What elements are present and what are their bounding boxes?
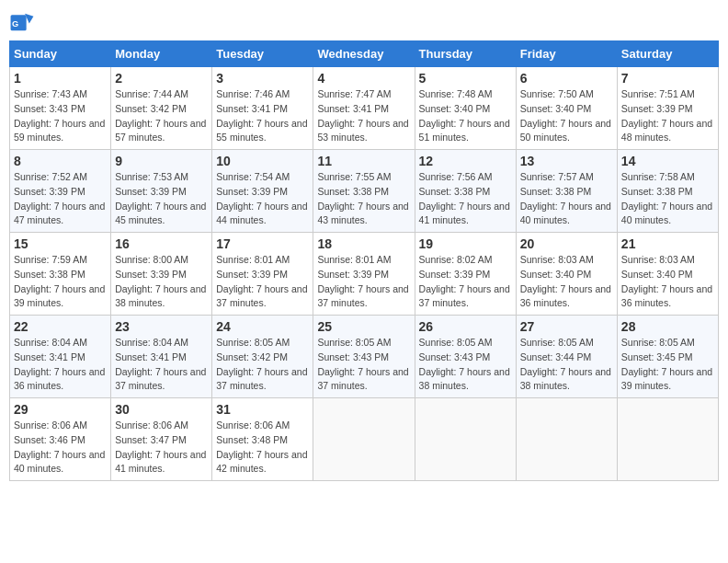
- day-detail: Sunrise: 7:50 AM Sunset: 3:40 PM Dayligh…: [520, 87, 613, 145]
- calendar-cell: [415, 398, 516, 481]
- calendar-cell: 31 Sunrise: 8:06 AM Sunset: 3:48 PM Dayl…: [212, 398, 313, 481]
- calendar-cell: 16 Sunrise: 8:00 AM Sunset: 3:39 PM Dayl…: [111, 233, 212, 316]
- day-number: 22: [14, 319, 107, 334]
- calendar-cell: 1 Sunrise: 7:43 AM Sunset: 3:43 PM Dayli…: [10, 67, 111, 150]
- day-number: 6: [520, 71, 613, 86]
- calendar-cell: [313, 398, 415, 481]
- day-number: 30: [115, 402, 208, 417]
- day-detail: Sunrise: 7:46 AM Sunset: 3:41 PM Dayligh…: [216, 87, 309, 145]
- day-number: 25: [317, 319, 410, 334]
- day-detail: Sunrise: 7:48 AM Sunset: 3:40 PM Dayligh…: [419, 87, 512, 145]
- day-detail: Sunrise: 7:53 AM Sunset: 3:39 PM Dayligh…: [115, 170, 208, 228]
- day-number: 21: [621, 236, 714, 251]
- day-detail: Sunrise: 8:03 AM Sunset: 3:40 PM Dayligh…: [621, 253, 714, 311]
- day-number: 29: [14, 402, 107, 417]
- calendar-cell: 14 Sunrise: 7:58 AM Sunset: 3:38 PM Dayl…: [617, 150, 718, 233]
- day-number: 23: [115, 319, 208, 334]
- day-detail: Sunrise: 8:01 AM Sunset: 3:39 PM Dayligh…: [216, 253, 309, 311]
- day-number: 5: [419, 71, 512, 86]
- calendar-cell: 26 Sunrise: 8:05 AM Sunset: 3:43 PM Dayl…: [415, 316, 516, 398]
- day-detail: Sunrise: 8:05 AM Sunset: 3:44 PM Dayligh…: [520, 336, 613, 394]
- day-detail: Sunrise: 7:43 AM Sunset: 3:43 PM Dayligh…: [14, 87, 107, 145]
- day-detail: Sunrise: 7:57 AM Sunset: 3:38 PM Dayligh…: [520, 170, 613, 228]
- calendar-cell: 17 Sunrise: 8:01 AM Sunset: 3:39 PM Dayl…: [212, 233, 313, 316]
- calendar-cell: [617, 398, 718, 481]
- day-number: 15: [14, 236, 107, 251]
- day-detail: Sunrise: 7:56 AM Sunset: 3:38 PM Dayligh…: [419, 170, 512, 228]
- day-detail: Sunrise: 7:58 AM Sunset: 3:38 PM Dayligh…: [621, 170, 714, 228]
- day-detail: Sunrise: 7:44 AM Sunset: 3:42 PM Dayligh…: [115, 87, 208, 145]
- calendar-table: SundayMondayTuesdayWednesdayThursdayFrid…: [9, 40, 719, 481]
- calendar-cell: 22 Sunrise: 8:04 AM Sunset: 3:41 PM Dayl…: [10, 316, 111, 398]
- day-number: 7: [621, 71, 714, 86]
- day-detail: Sunrise: 7:51 AM Sunset: 3:39 PM Dayligh…: [621, 87, 714, 145]
- calendar-cell: 29 Sunrise: 8:06 AM Sunset: 3:46 PM Dayl…: [10, 398, 111, 481]
- page-header: G: [9, 9, 719, 35]
- day-number: 20: [520, 236, 613, 251]
- calendar-cell: 6 Sunrise: 7:50 AM Sunset: 3:40 PM Dayli…: [516, 67, 617, 150]
- day-number: 13: [520, 154, 613, 168]
- day-detail: Sunrise: 8:06 AM Sunset: 3:48 PM Dayligh…: [216, 419, 309, 477]
- weekday-header-sunday: Sunday: [10, 41, 111, 67]
- day-number: 18: [317, 236, 410, 251]
- day-detail: Sunrise: 8:05 AM Sunset: 3:45 PM Dayligh…: [621, 336, 714, 394]
- day-detail: Sunrise: 8:06 AM Sunset: 3:47 PM Dayligh…: [115, 419, 208, 477]
- day-number: 11: [317, 154, 410, 168]
- day-detail: Sunrise: 8:05 AM Sunset: 3:43 PM Dayligh…: [317, 336, 410, 394]
- day-detail: Sunrise: 7:55 AM Sunset: 3:38 PM Dayligh…: [317, 170, 410, 228]
- day-number: 14: [621, 154, 714, 168]
- calendar-cell: 21 Sunrise: 8:03 AM Sunset: 3:40 PM Dayl…: [617, 233, 718, 316]
- weekday-header-friday: Friday: [516, 41, 617, 67]
- day-number: 8: [14, 154, 107, 168]
- day-detail: Sunrise: 8:03 AM Sunset: 3:40 PM Dayligh…: [520, 253, 613, 311]
- calendar-cell: 15 Sunrise: 7:59 AM Sunset: 3:38 PM Dayl…: [10, 233, 111, 316]
- day-number: 1: [14, 71, 107, 86]
- weekday-header-wednesday: Wednesday: [313, 41, 415, 67]
- day-number: 31: [216, 402, 309, 417]
- day-detail: Sunrise: 8:02 AM Sunset: 3:39 PM Dayligh…: [419, 253, 512, 311]
- day-detail: Sunrise: 8:01 AM Sunset: 3:39 PM Dayligh…: [317, 253, 410, 311]
- day-number: 9: [115, 154, 208, 168]
- calendar-cell: 9 Sunrise: 7:53 AM Sunset: 3:39 PM Dayli…: [111, 150, 212, 233]
- day-number: 16: [115, 236, 208, 251]
- calendar-cell: 13 Sunrise: 7:57 AM Sunset: 3:38 PM Dayl…: [516, 150, 617, 233]
- weekday-header-saturday: Saturday: [617, 41, 718, 67]
- calendar-cell: 18 Sunrise: 8:01 AM Sunset: 3:39 PM Dayl…: [313, 233, 415, 316]
- calendar-cell: 30 Sunrise: 8:06 AM Sunset: 3:47 PM Dayl…: [111, 398, 212, 481]
- day-number: 10: [216, 154, 309, 168]
- weekday-header-monday: Monday: [111, 41, 212, 67]
- day-detail: Sunrise: 8:05 AM Sunset: 3:42 PM Dayligh…: [216, 336, 309, 394]
- day-detail: Sunrise: 8:04 AM Sunset: 3:41 PM Dayligh…: [14, 336, 107, 394]
- calendar-cell: 19 Sunrise: 8:02 AM Sunset: 3:39 PM Dayl…: [415, 233, 516, 316]
- calendar-cell: 2 Sunrise: 7:44 AM Sunset: 3:42 PM Dayli…: [111, 67, 212, 150]
- calendar-cell: [516, 398, 617, 481]
- day-detail: Sunrise: 8:04 AM Sunset: 3:41 PM Dayligh…: [115, 336, 208, 394]
- day-number: 4: [317, 71, 410, 86]
- day-number: 24: [216, 319, 309, 334]
- calendar-cell: 4 Sunrise: 7:47 AM Sunset: 3:41 PM Dayli…: [313, 67, 415, 150]
- logo-icon: G: [9, 9, 35, 35]
- day-number: 17: [216, 236, 309, 251]
- calendar-cell: 20 Sunrise: 8:03 AM Sunset: 3:40 PM Dayl…: [516, 233, 617, 316]
- day-number: 2: [115, 71, 208, 86]
- day-detail: Sunrise: 8:05 AM Sunset: 3:43 PM Dayligh…: [419, 336, 512, 394]
- calendar-cell: 23 Sunrise: 8:04 AM Sunset: 3:41 PM Dayl…: [111, 316, 212, 398]
- calendar-cell: 25 Sunrise: 8:05 AM Sunset: 3:43 PM Dayl…: [313, 316, 415, 398]
- day-detail: Sunrise: 8:06 AM Sunset: 3:46 PM Dayligh…: [14, 419, 107, 477]
- calendar-cell: 10 Sunrise: 7:54 AM Sunset: 3:39 PM Dayl…: [212, 150, 313, 233]
- logo: G: [9, 9, 39, 35]
- calendar-cell: 12 Sunrise: 7:56 AM Sunset: 3:38 PM Dayl…: [415, 150, 516, 233]
- day-detail: Sunrise: 7:59 AM Sunset: 3:38 PM Dayligh…: [14, 253, 107, 311]
- day-number: 3: [216, 71, 309, 86]
- day-detail: Sunrise: 7:54 AM Sunset: 3:39 PM Dayligh…: [216, 170, 309, 228]
- day-detail: Sunrise: 7:52 AM Sunset: 3:39 PM Dayligh…: [14, 170, 107, 228]
- day-detail: Sunrise: 7:47 AM Sunset: 3:41 PM Dayligh…: [317, 87, 410, 145]
- day-number: 27: [520, 319, 613, 334]
- day-number: 26: [419, 319, 512, 334]
- calendar-cell: 28 Sunrise: 8:05 AM Sunset: 3:45 PM Dayl…: [617, 316, 718, 398]
- weekday-header-thursday: Thursday: [415, 41, 516, 67]
- weekday-header-tuesday: Tuesday: [212, 41, 313, 67]
- calendar-cell: 7 Sunrise: 7:51 AM Sunset: 3:39 PM Dayli…: [617, 67, 718, 150]
- calendar-cell: 8 Sunrise: 7:52 AM Sunset: 3:39 PM Dayli…: [10, 150, 111, 233]
- day-number: 28: [621, 319, 714, 334]
